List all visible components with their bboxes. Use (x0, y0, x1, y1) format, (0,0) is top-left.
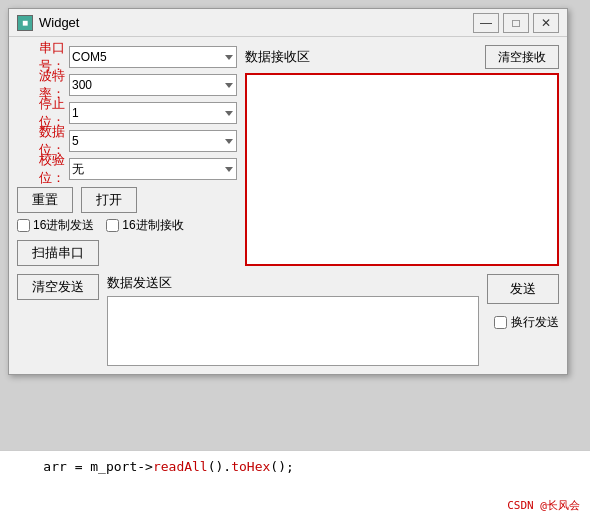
send-textarea[interactable] (107, 296, 479, 366)
window-controls: — □ ✕ (473, 13, 559, 33)
reset-button[interactable]: 重置 (17, 187, 73, 213)
send-right-btns: 发送 换行发送 (487, 274, 559, 331)
watermark: CSDN @长风会 (507, 498, 580, 513)
code-method: readAll (153, 459, 208, 474)
bottom-area: 清空发送 数据发送区 发送 换行发送 (9, 274, 567, 374)
code-var: arr (43, 459, 66, 474)
data-select[interactable]: 5 (69, 130, 237, 152)
recv-header: 数据接收区 清空接收 (245, 45, 559, 69)
clear-send-button[interactable]: 清空发送 (17, 274, 99, 300)
code-line-1: arr = m_port->readAll().toHex(); (12, 459, 578, 474)
action-buttons: 重置 打开 (17, 187, 237, 213)
checkbox-row: 16进制发送 16进制接收 (17, 217, 237, 234)
stop-row: 停止位： 1 (17, 101, 237, 125)
port-row: 串口号： COM5 (17, 45, 237, 69)
hex-send-checkbox[interactable] (17, 219, 30, 232)
send-area-wrapper: 数据发送区 (107, 274, 479, 366)
data-row: 数据位： 5 (17, 129, 237, 153)
send-button[interactable]: 发送 (487, 274, 559, 304)
send-section: 清空发送 数据发送区 发送 换行发送 (17, 274, 559, 366)
newline-label: 换行发送 (511, 314, 559, 331)
send-left-btns: 清空发送 (17, 274, 99, 300)
scan-button[interactable]: 扫描串口 (17, 240, 99, 266)
hex-send-checkbox-wrapper[interactable]: 16进制发送 (17, 217, 94, 234)
hex-recv-label: 16进制接收 (122, 217, 183, 234)
parity-row: 校验位： 无 (17, 157, 237, 181)
close-button[interactable]: ✕ (533, 13, 559, 33)
parity-select[interactable]: 无 (69, 158, 237, 180)
newline-checkbox[interactable] (494, 316, 507, 329)
recv-area-label: 数据接收区 (245, 48, 310, 66)
code-method2: toHex (231, 459, 270, 474)
title-bar: ■ Widget — □ ✕ (9, 9, 567, 37)
minimize-button[interactable]: — (473, 13, 499, 33)
window-icon: ■ (17, 15, 33, 31)
hex-send-label: 16进制发送 (33, 217, 94, 234)
left-panel: 串口号： COM5 波特率： 300 停止位： 1 数据位： (17, 45, 237, 266)
window-title: Widget (39, 15, 473, 30)
baud-row: 波特率： 300 (17, 73, 237, 97)
open-button[interactable]: 打开 (81, 187, 137, 213)
port-select[interactable]: COM5 (69, 46, 237, 68)
hex-recv-checkbox-wrapper[interactable]: 16进制接收 (106, 217, 183, 234)
scan-row: 扫描串口 (17, 240, 237, 266)
hex-recv-checkbox[interactable] (106, 219, 119, 232)
main-content: 串口号： COM5 波特率： 300 停止位： 1 数据位： (9, 37, 567, 274)
clear-recv-button[interactable]: 清空接收 (485, 45, 559, 69)
baud-select[interactable]: 300 (69, 74, 237, 96)
parity-label: 校验位： (17, 151, 69, 187)
send-area-label: 数据发送区 (107, 274, 479, 292)
recv-textarea[interactable] (245, 73, 559, 266)
code-background: arr = m_port->readAll().toHex(); CSDN @长… (0, 450, 590, 519)
newline-checkbox-wrapper[interactable]: 换行发送 (494, 314, 559, 331)
widget-window: ■ Widget — □ ✕ 串口号： COM5 波特率： 300 (8, 8, 568, 375)
maximize-button[interactable]: □ (503, 13, 529, 33)
stop-select[interactable]: 1 (69, 102, 237, 124)
right-panel: 数据接收区 清空接收 (245, 45, 559, 266)
